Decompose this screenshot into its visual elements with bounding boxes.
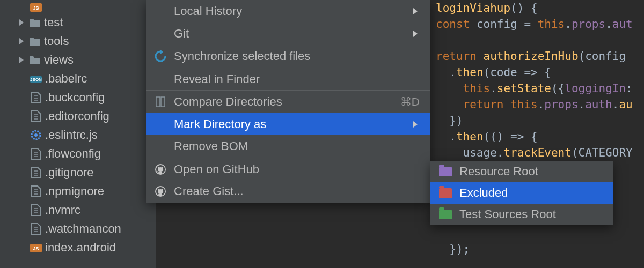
tree-item-label: .editorconfig	[45, 109, 109, 123]
tree-item-label: .gitignore	[45, 166, 94, 180]
context-menu-label: Mark Directory as	[174, 117, 405, 131]
tree-item--flowconfig[interactable]: .flowconfig	[0, 144, 156, 163]
folder-icon	[29, 17, 41, 28]
js-partial-icon	[30, 242, 42, 254]
submenu-arrow-icon	[412, 121, 420, 128]
file-icon	[30, 167, 42, 178]
tree-item-tools[interactable]: tools	[0, 32, 156, 50]
folder-color-icon	[439, 210, 452, 219]
tree-item-label: views	[44, 53, 74, 67]
disclosure-triangle-icon[interactable]	[19, 19, 26, 26]
context-menu-item-local-history[interactable]: Local History	[146, 0, 430, 23]
context-menu[interactable]: Local HistoryGitSynchronize selected fil…	[146, 0, 430, 203]
code-line: return authorizeInHub(config	[436, 48, 644, 64]
tree-item-label: test	[44, 16, 63, 29]
code-line: usage.trackEvent(CATEGORY	[436, 145, 644, 161]
file-icon	[30, 110, 42, 122]
context-menu-label: Remove BOM	[174, 139, 420, 153]
tree-item--babelrc[interactable]: .babelrc	[0, 69, 156, 88]
code-line	[436, 32, 644, 48]
compare-icon	[155, 96, 166, 108]
context-menu-item-create-gist-[interactable]: Create Gist...	[146, 180, 430, 203]
sync-icon	[155, 50, 166, 62]
tree-item-label: .eslintrc.js	[45, 128, 98, 142]
context-menu-item-synchronize-selected-files[interactable]: Synchronize selected files	[146, 45, 430, 68]
submenu-arrow-icon	[412, 30, 420, 38]
folder-color-icon	[439, 167, 452, 176]
context-menu-item-mark-directory-as[interactable]: Mark Directory as	[146, 113, 430, 135]
submenu-item-excluded[interactable]: Excluded	[430, 182, 613, 204]
context-menu-item-git[interactable]: Git	[146, 23, 430, 45]
tree-item-label: .buckconfig	[45, 91, 105, 105]
code-line: loginViahup() {	[436, 0, 644, 16]
submenu-item-test-sources-root[interactable]: Test Sources Root	[430, 204, 613, 225]
tree-item--npmignore[interactable]: .npmignore	[0, 182, 156, 200]
file-icon	[30, 148, 42, 160]
code-editor: loginViahup() {const config = this.props…	[430, 0, 644, 268]
mark-directory-submenu[interactable]: Resource RootExcludedTest Sources Root	[430, 161, 613, 225]
tree-item-views[interactable]: views	[0, 50, 156, 69]
blank-icon	[155, 118, 166, 130]
tree-item--editorconfig[interactable]: .editorconfig	[0, 107, 156, 125]
submenu-arrow-icon	[412, 8, 420, 15]
context-menu-label: Reveal in Finder	[174, 72, 420, 86]
code-line: const config = this.props.aut	[436, 16, 644, 32]
file-icon	[30, 223, 42, 235]
context-menu-item-open-on-github[interactable]: Open on GitHub	[146, 158, 430, 180]
file-icon	[30, 204, 42, 216]
blank-icon	[155, 28, 166, 40]
blank-icon	[155, 140, 166, 152]
folder-color-icon	[439, 188, 452, 198]
code-line: });	[436, 241, 644, 257]
tree-item-label: .npmignore	[45, 184, 104, 198]
context-menu-item-remove-bom[interactable]: Remove BOM	[146, 135, 430, 158]
code-line: .then(() => {	[436, 129, 644, 145]
tree-item-label: .watchmancon	[45, 222, 121, 236]
github-icon	[155, 163, 166, 175]
code-line	[436, 225, 644, 241]
tree-item--nvmrc[interactable]: .nvmrc	[0, 200, 156, 219]
keyboard-shortcut: ⌘D	[400, 95, 420, 108]
tree-item--eslintrc-js[interactable]: .eslintrc.js	[0, 125, 156, 144]
context-menu-label: Local History	[174, 4, 405, 18]
folder-icon	[29, 35, 41, 47]
tree-item-index-android[interactable]: index.android	[0, 238, 156, 257]
tree-item--gitignore[interactable]: .gitignore	[0, 163, 156, 182]
tree-item-top[interactable]	[0, 3, 156, 13]
context-menu-label: Compare Directories	[174, 95, 393, 109]
code-line: this.setState({loggingIn:	[436, 80, 644, 96]
github-icon	[155, 185, 166, 197]
context-menu-label: Create Gist...	[174, 184, 420, 198]
submenu-item-resource-root[interactable]: Resource Root	[430, 161, 613, 182]
blank-icon	[155, 5, 166, 17]
tree-item--watchmancon[interactable]: .watchmancon	[0, 219, 156, 238]
js-partial-icon	[30, 1, 42, 13]
tree-item-label: .nvmrc	[45, 203, 80, 217]
context-menu-label: Synchronize selected files	[174, 49, 420, 63]
code-line: })	[436, 113, 644, 129]
file-icon	[30, 185, 42, 197]
disclosure-triangle-icon[interactable]	[19, 38, 26, 44]
code-line: .then(code => {	[436, 64, 644, 80]
tree-item-label: .flowconfig	[45, 147, 101, 161]
gear-icon	[30, 129, 42, 141]
submenu-label: Test Sources Root	[459, 207, 556, 221]
tree-item-label: tools	[44, 34, 69, 48]
json-icon	[30, 73, 42, 85]
code-line: return this.props.auth.au	[436, 96, 644, 113]
disclosure-triangle-icon[interactable]	[19, 57, 26, 63]
tree-item--buckconfig[interactable]: .buckconfig	[0, 88, 156, 107]
context-menu-label: Open on GitHub	[174, 162, 420, 176]
context-menu-label: Git	[174, 27, 405, 41]
file-icon	[30, 92, 42, 103]
tree-item-label: index.android	[45, 241, 116, 255]
tree-item-label: .babelrc	[45, 72, 87, 86]
context-menu-item-reveal-in-finder[interactable]: Reveal in Finder	[146, 68, 430, 90]
folder-icon	[29, 54, 41, 66]
project-tree[interactable]: testtoolsviews.babelrc.buckconfig.editor…	[0, 0, 156, 268]
submenu-label: Resource Root	[459, 165, 538, 178]
context-menu-item-compare-directories[interactable]: Compare Directories⌘D	[146, 90, 430, 113]
submenu-label: Excluded	[459, 186, 508, 200]
tree-item-test[interactable]: test	[0, 13, 156, 32]
blank-icon	[155, 73, 166, 85]
